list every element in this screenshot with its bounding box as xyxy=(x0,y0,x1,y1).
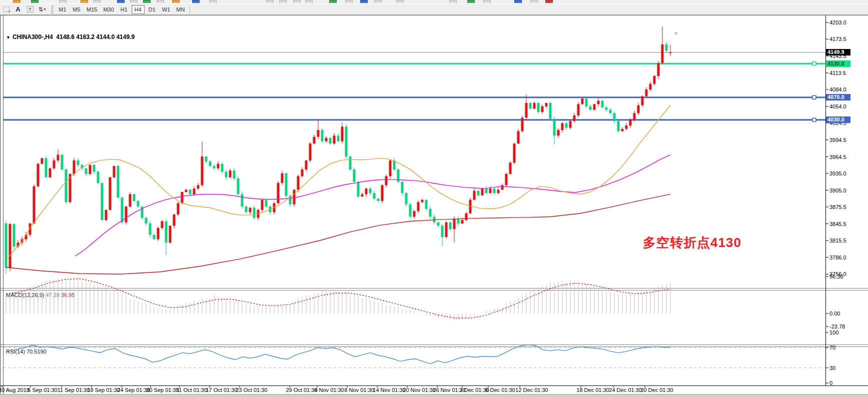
time-tick-label: 30 Dec 01:30 xyxy=(640,387,673,393)
time-tick-label: 23 Oct 01:30 xyxy=(236,387,268,393)
price-tick-label: 4113.5 xyxy=(829,70,846,76)
price-tick-label: 3875.5 xyxy=(829,204,846,210)
rsi-panel xyxy=(4,344,825,368)
macd-axis-label: -23.78 xyxy=(829,324,845,330)
price-tick-label: 3786.0 xyxy=(829,254,846,260)
time-tick-label: 14 Nov 01:30 xyxy=(373,387,405,393)
time-tick-label: 11 Sep 01:30 xyxy=(58,387,90,393)
hline-drag-handle[interactable] xyxy=(812,96,816,99)
ma-mid-magenta xyxy=(75,155,670,256)
time-tick-label: 18 Sep 01:30 xyxy=(87,387,120,393)
time-tick-label: 6 Dec 01:30 xyxy=(485,387,515,393)
price-tick-label: 3815.5 xyxy=(829,238,846,244)
price-level-badge: 4030.0 xyxy=(826,116,850,123)
price-level-badge: 4149.9 xyxy=(826,49,850,56)
macd-panel xyxy=(6,278,670,320)
time-tick-label: 24 Dec 01:30 xyxy=(609,387,641,393)
horizontal-lines xyxy=(4,62,825,122)
time-tick-label: 17 Oct 01:30 xyxy=(206,387,238,393)
macd-axis-label: 56.36 xyxy=(829,274,843,280)
time-tick-label: 29 Oct 01:30 xyxy=(286,387,318,393)
hline-drag-handle[interactable] xyxy=(812,118,816,122)
time-tick-label: 18 Dec 01:30 xyxy=(576,387,609,393)
price-tick-label: 3905.0 xyxy=(829,188,846,194)
price-tick-label: 3845.5 xyxy=(829,221,846,227)
price-tick-label: 4203.0 xyxy=(829,20,846,26)
price-tick-label: 3964.5 xyxy=(829,154,846,160)
ma-slow xyxy=(6,194,670,274)
price-tick-label: 3935.0 xyxy=(829,170,846,176)
price-tick-label: 3994.5 xyxy=(829,137,846,143)
macd-axis-label: 0.00 xyxy=(829,310,840,316)
time-tick-label: 30 Aug 2019 xyxy=(0,387,30,393)
rsi-axis-label: 0 xyxy=(829,380,832,386)
time-tick-label: 20 Nov 01:30 xyxy=(403,387,435,393)
chart-canvas[interactable] xyxy=(0,0,868,397)
ma-fast xyxy=(7,106,670,259)
time-tick-label: 2 Dec 01:30 xyxy=(459,387,489,393)
axis-ticks xyxy=(2,22,828,388)
hline-drag-handle[interactable] xyxy=(812,62,816,66)
ma-mid xyxy=(75,155,670,256)
time-tick-label: 12 Dec 01:30 xyxy=(515,387,548,393)
ma-fast-orange xyxy=(7,106,670,259)
price-level-badge: 4070.0 xyxy=(826,94,850,100)
rsi-axis-label: 100 xyxy=(829,330,838,336)
status-strip xyxy=(0,394,868,397)
time-tick-label: 5 Sep 01:30 xyxy=(28,387,57,393)
rsi-axis-label: 30 xyxy=(829,365,835,371)
price-tick-label: 4054.0 xyxy=(829,104,846,110)
price-level-badge: 4130.0 xyxy=(826,60,850,67)
time-tick-label: 30 Sep 01:30 xyxy=(146,387,179,393)
price-tick-label: 4173.5 xyxy=(829,36,846,42)
time-tick-label: 24 Sep 01:30 xyxy=(117,387,150,393)
time-tick-label: 8 Nov 01:30 xyxy=(344,387,374,393)
rsi-axis-label: 70 xyxy=(829,344,835,350)
time-tick-label: 11 Oct 01:30 xyxy=(176,387,207,393)
price-tick-label: 4084.0 xyxy=(829,86,846,92)
time-tick-label: 4 Nov 01:30 xyxy=(314,387,344,393)
ma-slow-red xyxy=(6,194,670,274)
